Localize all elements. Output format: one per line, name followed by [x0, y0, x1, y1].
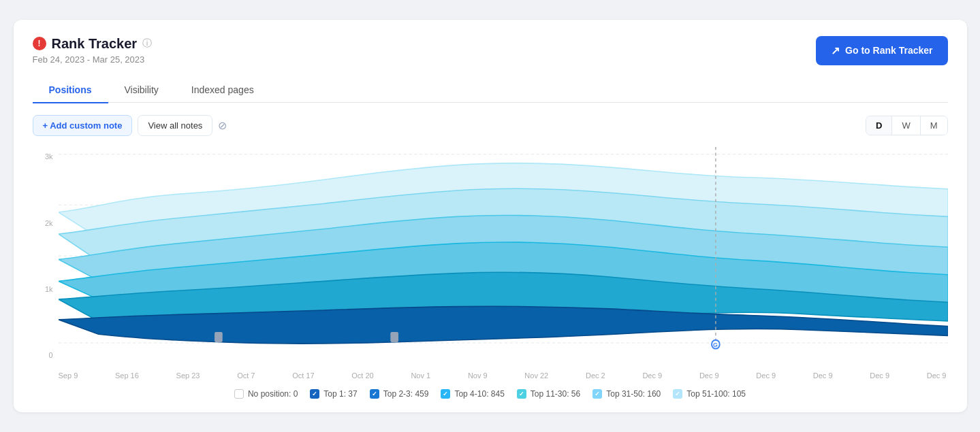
error-icon: ! — [33, 37, 46, 50]
eye-slash-icon[interactable]: ⊘ — [218, 119, 227, 132]
legend-check-top11-30 — [517, 389, 526, 399]
go-btn-label: Go to Rank Tracker — [845, 45, 932, 56]
legend-top11-30[interactable]: Top 11-30: 56 — [517, 389, 580, 399]
svg-rect-7 — [215, 332, 223, 342]
legend-top4-10[interactable]: Top 4-10: 845 — [441, 389, 504, 399]
legend-label-top4-10: Top 4-10: 845 — [454, 389, 504, 399]
tab-positions[interactable]: Positions — [33, 78, 108, 103]
legend-label-top31-50: Top 31-50: 160 — [606, 389, 661, 399]
view-notes-label: View all notes — [148, 120, 202, 131]
legend-top31-50[interactable]: Top 31-50: 160 — [592, 389, 661, 399]
header-left: ! Rank Tracker ⓘ Feb 24, 2023 - Mar 25, … — [33, 36, 153, 65]
legend-top1[interactable]: Top 1: 37 — [310, 389, 357, 399]
y-label-1k: 1k — [33, 285, 53, 293]
page-title: Rank Tracker — [52, 36, 138, 52]
toolbar-left: + Add custom note View all notes ⊘ — [33, 115, 227, 136]
x-label-dec9-1: Dec 9 — [642, 371, 662, 380]
legend-label-top2-3: Top 2-3: 459 — [383, 389, 429, 399]
period-buttons: D W M — [866, 116, 948, 135]
x-axis: Sep 9 Sep 16 Sep 23 Oct 7 Oct 17 Oct 20 … — [33, 371, 948, 380]
go-to-rank-tracker-button[interactable]: ↗ Go to Rank Tracker — [816, 36, 947, 65]
tab-indexed-pages[interactable]: Indexed pages — [175, 78, 270, 103]
tab-visibility[interactable]: Visibility — [108, 78, 175, 103]
legend: No position: 0 Top 1: 37 Top 2-3: 459 To… — [33, 389, 948, 399]
legend-check-top31-50 — [592, 389, 602, 399]
add-note-label: + Add custom note — [43, 120, 123, 131]
x-label-dec9-2: Dec 9 — [699, 371, 719, 380]
legend-top51-100[interactable]: Top 51-100: 105 — [673, 389, 746, 399]
svg-rect-8 — [390, 332, 398, 342]
x-label-nov22: Nov 22 — [524, 371, 548, 380]
view-all-notes-button[interactable]: View all notes — [138, 115, 212, 136]
x-label-dec9-6: Dec 9 — [927, 371, 947, 380]
y-axis: 3k 2k 1k 0 — [33, 147, 53, 365]
x-label-sep9: Sep 9 — [59, 371, 78, 380]
title-row: ! Rank Tracker ⓘ — [33, 36, 153, 52]
header: ! Rank Tracker ⓘ Feb 24, 2023 - Mar 25, … — [33, 36, 948, 65]
legend-check-no-position — [234, 389, 244, 399]
chart-svg: G — [59, 147, 948, 365]
period-btn-m[interactable]: M — [921, 116, 947, 135]
x-label-oct20: Oct 20 — [351, 371, 373, 380]
legend-label-top11-30: Top 11-30: 56 — [531, 389, 580, 399]
main-card: ! Rank Tracker ⓘ Feb 24, 2023 - Mar 25, … — [14, 20, 967, 413]
y-label-0: 0 — [33, 351, 53, 359]
period-btn-w[interactable]: W — [892, 116, 920, 135]
x-label-sep23: Sep 23 — [176, 371, 200, 380]
x-label-nov9: Nov 9 — [468, 371, 488, 380]
legend-check-top4-10 — [441, 389, 450, 399]
legend-check-top1 — [310, 389, 319, 399]
x-label-dec2: Dec 2 — [586, 371, 605, 380]
x-label-oct7: Oct 7 — [237, 371, 255, 380]
info-icon[interactable]: ⓘ — [142, 37, 152, 50]
legend-label-top51-100: Top 51-100: 105 — [686, 389, 746, 399]
legend-label-top1: Top 1: 37 — [323, 389, 357, 399]
x-label-dec9-4: Dec 9 — [813, 371, 833, 380]
x-label-sep16: Sep 16 — [115, 371, 139, 380]
chart-area: 3k 2k 1k 0 — [33, 147, 948, 365]
x-label-oct17: Oct 17 — [292, 371, 314, 380]
x-label-dec9-3: Dec 9 — [756, 371, 776, 380]
add-custom-note-button[interactable]: + Add custom note — [33, 115, 133, 136]
legend-label-no-position: No position: 0 — [248, 389, 298, 399]
legend-check-top51-100 — [673, 389, 682, 399]
y-label-3k: 3k — [33, 152, 53, 161]
trend-icon: ↗ — [831, 44, 840, 57]
legend-no-position[interactable]: No position: 0 — [234, 389, 298, 399]
y-label-2k: 2k — [33, 219, 53, 227]
toolbar: + Add custom note View all notes ⊘ D W M — [33, 115, 948, 136]
chart-inner: G — [59, 147, 948, 365]
date-range: Feb 24, 2023 - Mar 25, 2023 — [33, 54, 153, 65]
svg-text:G: G — [712, 342, 717, 348]
legend-top2-3[interactable]: Top 2-3: 459 — [370, 389, 429, 399]
x-label-dec9-5: Dec 9 — [870, 371, 889, 380]
tabs: Positions Visibility Indexed pages — [33, 78, 948, 103]
x-label-nov1: Nov 1 — [411, 371, 430, 380]
period-btn-d[interactable]: D — [866, 116, 892, 135]
legend-check-top2-3 — [370, 389, 379, 399]
